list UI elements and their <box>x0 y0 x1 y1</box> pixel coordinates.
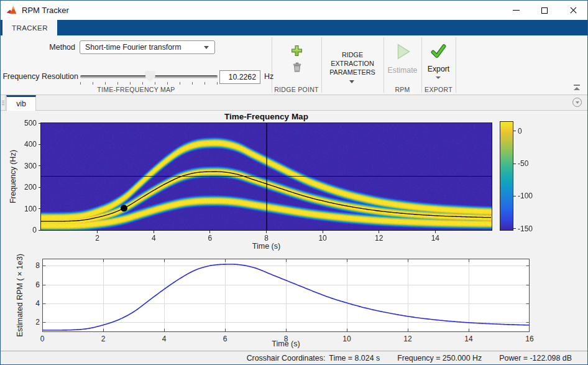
colorbar <box>500 121 513 231</box>
check-icon <box>430 43 447 60</box>
y-tick-label: 4 <box>20 299 40 308</box>
slider-tick <box>155 82 155 85</box>
chevron-down-icon <box>349 80 354 83</box>
close-button[interactable] <box>559 1 587 20</box>
frequency-resolution-input[interactable] <box>219 70 260 84</box>
x-tick <box>97 231 98 233</box>
x-tick-label: 4 <box>146 234 161 243</box>
collapse-ribbon-icon <box>574 87 580 90</box>
x-tick-label: 4 <box>157 335 172 343</box>
x-tick <box>379 231 379 233</box>
colorbar-tick <box>513 228 516 229</box>
y-tick <box>39 144 41 145</box>
toolbar-separator <box>384 37 384 93</box>
minimize-button[interactable] <box>502 1 530 20</box>
collapse-ribbon-button[interactable] <box>571 83 582 91</box>
toolbar: Method Short-time Fourier transform Freq… <box>1 35 587 95</box>
plus-icon <box>291 45 303 57</box>
estimate-button[interactable] <box>392 40 413 63</box>
method-label: Method <box>1 41 75 54</box>
document-actions-button[interactable] <box>572 98 582 107</box>
x-tick <box>435 231 436 233</box>
document-tab-strip: vib <box>1 95 587 111</box>
x-tick <box>154 231 154 233</box>
spectrogram-title: Time-Frequency Map <box>41 112 492 121</box>
maximize-icon <box>541 7 548 14</box>
y-tick-label: 6 <box>20 280 40 289</box>
x-tick <box>209 231 210 233</box>
slider-tick <box>117 82 118 85</box>
y-tick-label: 2 <box>20 318 40 326</box>
collapse-ribbon-icon <box>574 85 580 86</box>
crosshair-coordinates-label: Crosshair Coordinates: <box>247 354 326 363</box>
x-tick <box>266 231 267 233</box>
crosshair-time-value: Time = 8.024 s <box>329 354 380 363</box>
crosshair-power-value: Power = -122.098 dB <box>499 354 572 363</box>
spectrogram-plot[interactable] <box>41 123 492 230</box>
minimize-icon <box>513 10 520 11</box>
section-label-time-frequency-map: TIME-FREQUENCY MAP <box>1 86 272 95</box>
ribbon-tab-strip: TRACKER <box>1 20 587 35</box>
slider-thumb[interactable] <box>145 71 155 82</box>
spectrogram-canvas[interactable] <box>41 123 492 230</box>
delete-ridge-point-button[interactable] <box>290 60 303 73</box>
slider-tick <box>93 82 93 85</box>
colorbar-tick <box>513 164 516 164</box>
colorbar-tick <box>513 196 516 196</box>
x-tick-label: 10 <box>339 335 354 343</box>
slider-tick <box>80 82 81 85</box>
y-tick <box>39 208 41 209</box>
toolbar-separator <box>456 37 456 93</box>
y-tick-label: 0 <box>14 226 37 234</box>
export-label: Export <box>421 65 456 73</box>
export-button[interactable] <box>429 40 448 62</box>
trash-icon <box>292 62 303 73</box>
estimate-label: Estimate <box>384 66 421 75</box>
x-tick-label: 2 <box>96 335 111 343</box>
method-dropdown[interactable]: Short-time Fourier transform <box>80 40 215 54</box>
toolbar-separator <box>272 37 272 93</box>
chevron-down-icon <box>204 46 209 49</box>
title-bar: RPM Tracker <box>1 1 587 20</box>
x-tick-label: 16 <box>522 335 537 343</box>
frequency-resolution-label: Frequency Resolution <box>1 72 78 81</box>
colorbar-tick-label: 0 <box>518 127 522 136</box>
section-label-rpm: RPM <box>384 86 421 95</box>
maximize-button[interactable] <box>530 1 559 20</box>
slider-tick <box>142 82 143 85</box>
rpm-canvas[interactable] <box>42 259 530 332</box>
frequency-resolution-slider[interactable] <box>80 68 218 86</box>
tab-tracker[interactable]: TRACKER <box>2 20 57 35</box>
y-tick-label: 8 <box>20 261 40 270</box>
slider-tick <box>204 82 205 85</box>
y-tick-label: 300 <box>14 162 37 170</box>
tab-vib[interactable]: vib <box>6 95 36 111</box>
play-icon <box>393 42 412 61</box>
section-label-export: EXPORT <box>421 86 456 95</box>
y-tick <box>39 187 41 188</box>
section-label-ridge-point: RIDGE POINT <box>272 86 321 95</box>
x-tick-label: 12 <box>400 335 415 343</box>
close-icon <box>569 6 577 14</box>
rpm-plot[interactable] <box>42 259 530 332</box>
x-tick-label: 12 <box>372 234 387 243</box>
slider-tick <box>130 82 131 85</box>
slider-tick <box>192 82 193 85</box>
add-ridge-point-button[interactable] <box>289 43 304 58</box>
spectrogram-xlabel: Time (s) <box>41 242 492 251</box>
x-tick-label: 6 <box>203 234 218 243</box>
crosshair-frequency-value: Frequency = 250.000 Hz <box>397 354 482 363</box>
status-bar: Crosshair Coordinates: Time = 8.024 s Fr… <box>1 351 587 364</box>
x-tick-label: 2 <box>90 234 105 243</box>
tab-grip-handle[interactable] <box>1 95 6 111</box>
app-window: RPM Tracker TRACKER Method Short-time Fo… <box>0 0 588 365</box>
x-tick <box>323 231 323 233</box>
slider-tick <box>180 82 180 85</box>
slider-ticks <box>80 82 218 85</box>
matlab-logo-icon <box>6 5 17 16</box>
x-tick-label: 0 <box>35 335 50 343</box>
ridge-extraction-parameters-label: RIDGE EXTRACTION PARAMETERS <box>321 50 384 76</box>
x-tick-label: 10 <box>315 234 330 243</box>
x-tick-label: 6 <box>218 335 232 343</box>
slider-tick <box>105 82 106 85</box>
